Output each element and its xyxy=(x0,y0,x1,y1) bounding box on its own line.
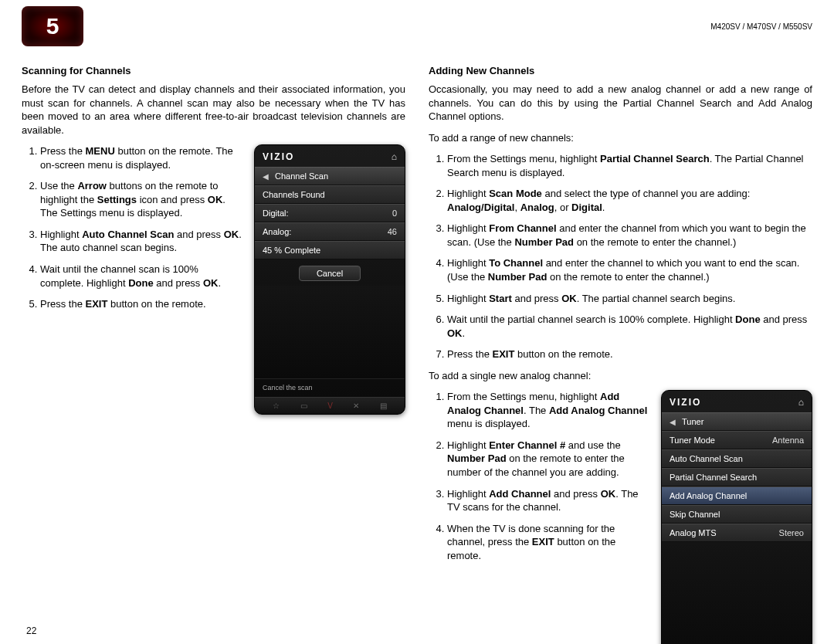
osd-row-partial-search[interactable]: Partial Channel Search xyxy=(662,468,812,486)
osd-hint: Cancel the scan xyxy=(255,378,405,397)
cancel-button[interactable]: Cancel xyxy=(299,266,361,281)
step: Wait until the partial channel search is… xyxy=(447,313,812,340)
osd-logo: VIZIO xyxy=(670,397,701,408)
left-column: Scanning for Channels Before the TV can … xyxy=(22,65,405,644)
step: Press the MENU button on the remote. The… xyxy=(40,144,243,171)
intro-text: Occasionally, you may need to add a new … xyxy=(429,83,812,124)
step: Highlight Enter Channel # and use the Nu… xyxy=(447,439,650,480)
osd-row-skip-channel[interactable]: Skip Channel xyxy=(662,505,812,524)
step: Highlight To Channel and enter the chann… xyxy=(447,256,812,283)
osd-row-tuner-mode[interactable]: Tuner Mode Antenna xyxy=(662,431,812,449)
right-column: Adding New Channels Occasionally, you ma… xyxy=(429,65,812,644)
step: Wait until the channel scan is 100% comp… xyxy=(40,263,243,290)
step: Highlight Auto Channel Scan and press OK… xyxy=(40,228,243,255)
channel-scan-osd: VIZIO ⌂ ◀ Channel Scan Channels Found Di… xyxy=(254,144,405,415)
step: Highlight Add Channel and press OK. The … xyxy=(447,487,650,514)
step: Highlight Scan Mode and select the type … xyxy=(447,187,812,214)
tuner-osd: VIZIO ⌂ ◀ Tuner Tuner Mode Antenna Auto … xyxy=(661,390,812,644)
osd-row-analog-mts[interactable]: Analog MTS Stereo xyxy=(662,524,812,542)
osd-title-row: ◀ Tuner xyxy=(662,412,812,431)
home-icon: ⌂ xyxy=(798,397,804,408)
step: Press the EXIT button on the remote. xyxy=(40,297,243,311)
osd-title-row: ◀ Channel Scan xyxy=(255,167,405,185)
osd-row: Channels Found xyxy=(255,185,405,204)
osd-title: Channel Scan xyxy=(275,171,328,181)
osd-row: 45 % Complete xyxy=(255,241,405,259)
back-icon: ◀ xyxy=(263,172,269,181)
home-icon: ⌂ xyxy=(392,151,397,162)
osd-title: Tuner xyxy=(682,417,703,426)
back-icon: ◀ xyxy=(670,418,676,426)
chapter-badge: 5 xyxy=(22,6,83,46)
step: When the TV is done scanning for the cha… xyxy=(447,522,650,563)
step: From the Settings menu, highlight Add An… xyxy=(447,390,650,431)
scanning-steps-list: Press the MENU button on the remote. The… xyxy=(22,144,243,310)
osd-bottom-bar: ☆▭V✕▤ xyxy=(255,397,405,414)
osd-row: Analog: 46 xyxy=(255,222,405,241)
section-title: Adding New Channels xyxy=(429,65,812,76)
step: Use the Arrow buttons on the remote to h… xyxy=(40,179,243,220)
page-header: 5 M420SV / M470SV / M550SV xyxy=(22,6,812,46)
step: Press the EXIT button on the remote. xyxy=(447,347,812,361)
sub-heading: To add a single new analog channel: xyxy=(429,369,812,383)
step: From the Settings menu, highlight Partia… xyxy=(447,152,812,179)
osd-row-add-analog[interactable]: Add Analog Channel xyxy=(662,486,812,505)
step: Highlight Start and press OK. The partia… xyxy=(447,292,812,306)
osd-row-auto-scan[interactable]: Auto Channel Scan xyxy=(662,449,812,468)
section-title: Scanning for Channels xyxy=(22,65,405,76)
intro-text: Before the TV can detect and display cha… xyxy=(22,83,405,137)
model-numbers: M420SV / M470SV / M550SV xyxy=(710,22,812,31)
page-number: 22 xyxy=(26,625,36,636)
step: Highlight From Channel and enter the cha… xyxy=(447,222,812,249)
single-steps-list: From the Settings menu, highlight Add An… xyxy=(429,390,650,562)
osd-row: Digital: 0 xyxy=(255,204,405,222)
sub-heading: To add a range of new channels: xyxy=(429,131,812,145)
range-steps-list: From the Settings menu, highlight Partia… xyxy=(429,152,812,361)
osd-logo: VIZIO xyxy=(263,151,294,162)
